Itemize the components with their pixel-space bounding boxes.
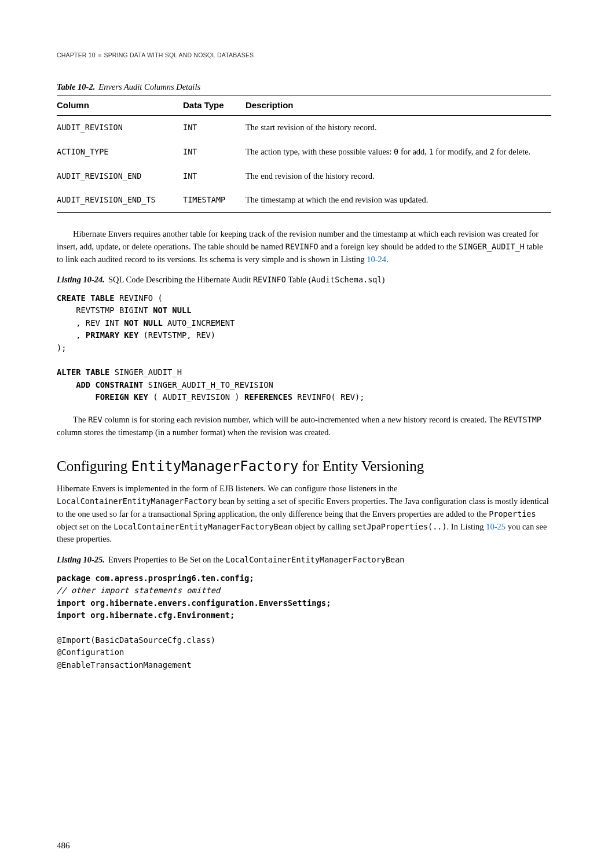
cell-column: ACTION_TYPE (57, 140, 183, 164)
page-number: 486 (57, 839, 70, 852)
cell-type: INT (183, 164, 246, 189)
table-row: AUDIT_REVISION INT The start revision of… (57, 116, 551, 140)
table-caption-text: Envers Audit Columns Details (95, 82, 200, 91)
listing-caption: Listing 10-24.SQL Code Describing the Hi… (57, 274, 551, 286)
th-datatype: Data Type (183, 95, 246, 116)
chapter-label: CHAPTER 10 (57, 52, 96, 58)
paragraph: Hibernate Envers is implemented in the f… (57, 483, 551, 546)
cell-desc: The action type, with these possible val… (246, 140, 551, 164)
table-row: ACTION_TYPE INT The action type, with th… (57, 140, 551, 164)
cell-column: AUDIT_REVISION_END (57, 164, 183, 189)
running-header: CHAPTER 10■SPRING DATA WITH SQL AND NOSQ… (57, 51, 551, 60)
cell-type: TIMESTAMP (183, 188, 246, 212)
cell-column: AUDIT_REVISION (57, 116, 183, 140)
listing-caption: Listing 10-25.Envers Properties to Be Se… (57, 554, 551, 567)
cell-column: AUDIT_REVISION_END_TS (57, 188, 183, 212)
cell-type: INT (183, 116, 246, 140)
cell-desc: The start revision of the history record… (246, 116, 551, 140)
code-block-java: package com.apress.prospring6.ten.config… (57, 572, 551, 671)
cell-desc: The end revision of the history record. (246, 164, 551, 189)
table-caption: Table 10-2.Envers Audit Columns Details (57, 81, 551, 94)
cell-desc: The timestamp at which the end revision … (246, 188, 551, 212)
table-row: AUDIT_REVISION_END_TS TIMESTAMP The time… (57, 188, 551, 212)
paragraph: The REV column is for storing each revis… (57, 414, 551, 439)
listing-link[interactable]: 10-24 (367, 255, 386, 264)
table-label: Table 10-2. (57, 82, 95, 91)
section-heading: Configuring EntityManagerFactory for Ent… (57, 455, 551, 477)
listing-label: Listing 10-25. (57, 555, 105, 564)
table-header-row: Column Data Type Description (57, 95, 551, 116)
th-description: Description (246, 95, 551, 116)
listing-link[interactable]: 10-25 (486, 522, 506, 531)
cell-type: INT (183, 140, 246, 164)
paragraph: Hibernate Envers requires another table … (57, 228, 551, 266)
code-block-sql: CREATE TABLE REVINFO ( REVTSTMP BIGINT N… (57, 292, 551, 403)
table-row: AUDIT_REVISION_END INT The end revision … (57, 164, 551, 189)
separator-icon: ■ (96, 52, 104, 58)
listing-label: Listing 10-24. (57, 275, 105, 284)
envers-columns-table: Column Data Type Description AUDIT_REVIS… (57, 95, 551, 214)
chapter-title: SPRING DATA WITH SQL AND NOSQL DATABASES (104, 52, 254, 58)
th-column: Column (57, 95, 183, 116)
